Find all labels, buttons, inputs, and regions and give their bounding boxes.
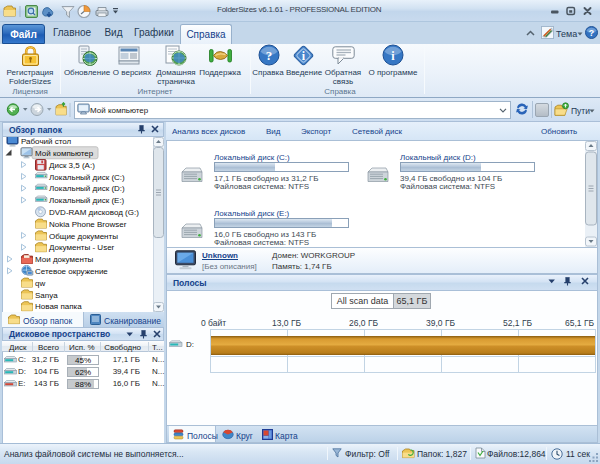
svg-text:Локальный диск (E:): Локальный диск (E:) xyxy=(49,196,125,205)
svg-text:DVD-RAM дисковод (G:): DVD-RAM дисковод (G:) xyxy=(49,208,139,217)
svg-text:qw: qw xyxy=(35,279,45,288)
svg-text:?: ? xyxy=(589,28,594,38)
svg-text:Общие документы: Общие документы xyxy=(49,232,118,241)
svg-text:Диск 3,5 (A:): Диск 3,5 (A:) xyxy=(49,161,95,170)
svg-text:Локальный диск (D:): Локальный диск (D:) xyxy=(49,184,125,193)
svg-text:Новая папка: Новая папка xyxy=(35,302,82,311)
svg-text:Nokia Phone Browser: Nokia Phone Browser xyxy=(49,220,127,229)
svg-text:Сетевое окружение: Сетевое окружение xyxy=(35,267,108,276)
svg-text:Документы - User: Документы - User xyxy=(49,243,115,252)
svg-text:Мой компьютер: Мой компьютер xyxy=(35,149,94,158)
svg-text:Sanya: Sanya xyxy=(35,291,58,300)
svg-text:Рабочий стол: Рабочий стол xyxy=(21,137,72,146)
svg-text:Локальный диск (C:): Локальный диск (C:) xyxy=(49,173,125,182)
svg-text:Мои документы: Мои документы xyxy=(35,255,94,264)
svg-text:?: ? xyxy=(266,48,273,63)
